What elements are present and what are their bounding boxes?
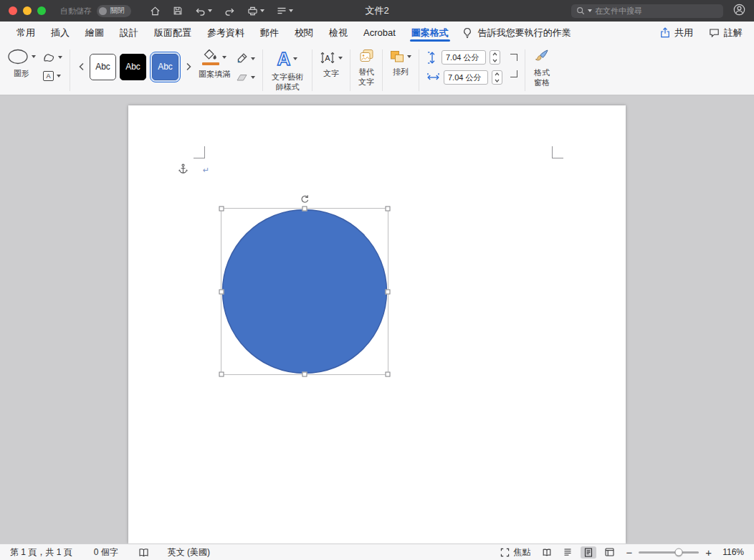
tab-draw[interactable]: 繪圖: [77, 22, 112, 44]
shape-width-icon: [426, 72, 440, 83]
zoom-in-button[interactable]: +: [705, 547, 712, 558]
text-options-button[interactable]: A 文字: [320, 49, 343, 78]
resize-handle-e[interactable]: [386, 289, 391, 294]
alt-text-image-icon: [359, 49, 374, 63]
group-divider: [419, 49, 419, 91]
draft-view-button[interactable]: [560, 546, 576, 559]
size-group: [426, 49, 517, 85]
group-divider: [312, 49, 312, 91]
autosave-toggle[interactable]: 關閉: [97, 5, 131, 17]
ribbon-tab-bar: 常用 插入 繪圖 設計 版面配置 參考資料 郵件 校閱 檢視 Acrobat 圖…: [0, 22, 754, 44]
word-count-status[interactable]: 0 個字: [94, 546, 118, 559]
document-page[interactable]: ↵: [128, 105, 626, 544]
wordart-styles-button[interactable]: A 文字藝術師樣式: [270, 49, 305, 92]
outline-pen-icon: [236, 52, 248, 65]
tell-me-button[interactable]: 告訴我您要執行的作業: [462, 22, 571, 44]
tab-design[interactable]: 設計: [112, 22, 146, 44]
chevron-down-icon: [251, 76, 255, 79]
redo-button[interactable]: [224, 6, 235, 16]
fullscreen-button[interactable]: [37, 6, 46, 15]
tab-shape-format[interactable]: 圖案格式: [404, 22, 457, 44]
rotate-handle[interactable]: [300, 194, 310, 207]
tab-acrobat[interactable]: Acrobat: [355, 22, 404, 44]
resize-handle-w[interactable]: [219, 289, 224, 294]
comments-button[interactable]: 註解: [709, 27, 743, 39]
search-field[interactable]: [571, 4, 723, 18]
zoom-out-button[interactable]: −: [626, 547, 632, 558]
undo-button[interactable]: [195, 6, 212, 16]
tab-references[interactable]: 參考資料: [199, 22, 252, 44]
wordart-label: 文字藝術師樣式: [270, 72, 305, 92]
arrange-button[interactable]: 排列: [390, 49, 411, 77]
home-button[interactable]: [150, 6, 161, 16]
height-stepper[interactable]: [490, 50, 500, 65]
shape-fill-button[interactable]: 圖案填滿: [199, 49, 230, 82]
stepper-up-icon[interactable]: [492, 71, 502, 77]
minimize-button[interactable]: [23, 6, 32, 15]
ribbon: 圖形 A Abc Abc Abc: [0, 44, 754, 95]
format-pane-button[interactable]: 格式窗格: [533, 49, 551, 88]
tab-home[interactable]: 常用: [9, 22, 43, 44]
page-number-status[interactable]: 第 1 頁，共 1 頁: [10, 546, 72, 559]
arrange-icon: [390, 50, 404, 63]
account-button[interactable]: [733, 4, 745, 19]
width-stepper[interactable]: [492, 70, 502, 85]
app-window: 自動儲存 關閉: [0, 0, 754, 560]
tell-me-label: 告訴我您要執行的作業: [478, 27, 571, 39]
tab-review[interactable]: 校閱: [287, 22, 321, 44]
stepper-down-icon[interactable]: [490, 57, 500, 64]
insert-shape-button[interactable]: 圖形: [7, 49, 36, 81]
zoom-slider[interactable]: [639, 551, 699, 554]
shape-effects-button[interactable]: [236, 73, 255, 82]
focus-label: 焦點: [513, 546, 530, 559]
resize-handle-ne[interactable]: [386, 207, 391, 212]
web-layout-button[interactable]: [601, 546, 617, 559]
stepper-down-icon[interactable]: [492, 77, 502, 84]
resize-handle-s[interactable]: [302, 372, 307, 377]
proofing-status[interactable]: [138, 548, 149, 557]
save-button[interactable]: [173, 6, 183, 16]
chevron-down-icon: [289, 9, 293, 12]
gallery-next-button[interactable]: [184, 51, 193, 82]
print-icon: [247, 6, 258, 16]
resize-handle-sw[interactable]: [219, 372, 224, 377]
resize-handle-se[interactable]: [386, 372, 391, 377]
ribbon-display-button[interactable]: [277, 6, 293, 15]
tab-layout[interactable]: 版面配置: [146, 22, 199, 44]
home-icon: [150, 6, 161, 16]
print-button[interactable]: [247, 6, 264, 16]
resize-handle-nw[interactable]: [219, 207, 224, 212]
read-mode-icon: [542, 549, 552, 556]
print-layout-button[interactable]: [581, 546, 596, 559]
shape-style-option-2[interactable]: Abc: [120, 54, 146, 80]
zoom-slider-knob[interactable]: [674, 549, 682, 556]
shape-width-input[interactable]: [444, 70, 488, 85]
statusbar: 第 1 頁，共 1 頁 0 個字 英文 (美國) 焦點: [0, 544, 754, 560]
anchor-icon[interactable]: [178, 163, 188, 177]
focus-toggle[interactable]: 焦點: [500, 546, 530, 559]
oval-shape[interactable]: [221, 209, 388, 374]
gallery-prev-button[interactable]: [77, 51, 86, 82]
zoom-percent[interactable]: 116%: [718, 547, 744, 557]
tab-view[interactable]: 檢視: [321, 22, 355, 44]
shape-outline-button[interactable]: [236, 52, 255, 65]
print-layout-icon: [584, 548, 593, 557]
alt-text-button[interactable]: 替代文字: [358, 49, 375, 87]
shape-height-input[interactable]: [442, 50, 486, 65]
corner-bottom-right-icon: [510, 70, 517, 77]
edit-shape-button[interactable]: [43, 52, 62, 62]
resize-handle-n[interactable]: [302, 207, 307, 212]
insert-shape-group: 圖形 A: [7, 49, 62, 81]
tab-insert[interactable]: 插入: [43, 22, 77, 44]
tab-mailings[interactable]: 郵件: [252, 22, 287, 44]
language-status[interactable]: 英文 (美國): [168, 546, 210, 559]
autosave-control[interactable]: 自動儲存 關閉: [60, 5, 131, 17]
shape-style-option-1[interactable]: Abc: [90, 54, 116, 80]
read-mode-button[interactable]: [539, 546, 555, 559]
search-input[interactable]: [595, 6, 702, 15]
shape-style-option-3[interactable]: Abc: [152, 54, 178, 80]
text-box-button[interactable]: A: [43, 71, 62, 81]
share-button[interactable]: 共用: [660, 27, 693, 39]
stepper-up-icon[interactable]: [490, 51, 500, 57]
close-button[interactable]: [9, 6, 17, 15]
